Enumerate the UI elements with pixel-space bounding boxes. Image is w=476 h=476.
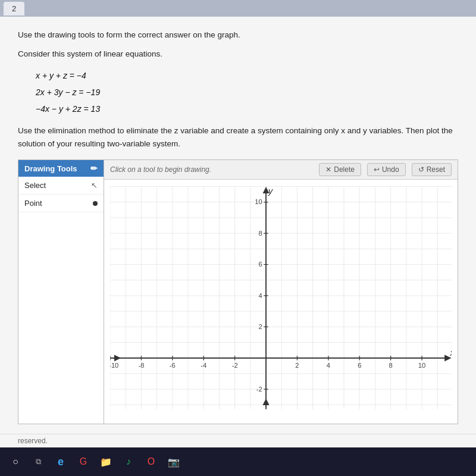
toolbar-instruction: Click on a tool to begin drawing. — [110, 165, 313, 174]
delete-button[interactable]: ✕ Delete — [319, 163, 361, 176]
svg-text:-8: -8 — [138, 362, 144, 369]
select-tool[interactable]: Select ↖ — [18, 177, 104, 195]
graph-canvas[interactable]: x y -8 -6 -4 -2 2 — [104, 180, 458, 424]
equation-1: x + y + z = −4 — [36, 67, 458, 84]
graph-panel: Click on a tool to begin drawing. ✕ Dele… — [104, 159, 458, 424]
pin-icon: ✏ — [90, 164, 98, 173]
graph-toolbar: Click on a tool to begin drawing. ✕ Dele… — [104, 160, 458, 180]
dot-icon — [93, 201, 98, 206]
svg-text:2: 2 — [259, 323, 262, 330]
svg-text:8: 8 — [259, 230, 262, 237]
drawing-area: Drawing Tools ✏ Select ↖ Point Click on … — [18, 159, 458, 424]
drawing-tools-header: Drawing Tools ✏ — [18, 160, 104, 177]
svg-text:-6: -6 — [170, 362, 176, 369]
spotify-icon[interactable]: ♪ — [119, 452, 138, 471]
reset-icon: ↺ — [418, 165, 424, 174]
undo-button[interactable]: ↩ Undo — [367, 163, 406, 176]
file-explorer-icon[interactable]: 📁 — [96, 452, 115, 471]
equation-3: −4x − y + 2z = 13 — [36, 101, 458, 117]
drawing-tools-title: Drawing Tools — [24, 164, 77, 173]
point-label: Point — [24, 199, 42, 208]
svg-text:10: 10 — [255, 199, 262, 206]
task-view-icon[interactable]: ⧉ — [29, 452, 48, 471]
main-content: Use the drawing tools to form the correc… — [0, 17, 476, 445]
delete-icon: ✕ — [325, 165, 331, 174]
undo-label: Undo — [382, 165, 399, 174]
svg-text:-4: -4 — [201, 362, 206, 369]
svg-text:10: 10 — [418, 362, 425, 369]
delete-label: Delete — [334, 165, 355, 174]
reserved-text: reserved. — [18, 437, 48, 445]
equations-block: x + y + z = −4 2x + 3y − z = −19 −4x − y… — [36, 67, 458, 117]
select-label: Select — [24, 181, 46, 190]
tab-bar: 2 — [0, 0, 476, 17]
svg-text:y: y — [268, 186, 274, 196]
edge-icon[interactable]: e — [51, 452, 70, 471]
svg-text:x: x — [450, 347, 452, 358]
svg-text:4: 4 — [327, 362, 330, 369]
svg-text:-2: -2 — [256, 386, 262, 393]
equation-2: 2x + 3y − z = −19 — [36, 84, 458, 101]
tab-2[interactable]: 2 — [4, 2, 24, 15]
svg-text:6: 6 — [358, 362, 361, 369]
opera-icon[interactable]: O — [142, 452, 161, 471]
drawing-tools-panel: Drawing Tools ✏ Select ↖ Point — [18, 159, 104, 424]
reset-label: Reset — [427, 165, 445, 174]
instruction-3: Use the elimination method to eliminate … — [18, 124, 458, 150]
svg-text:-2: -2 — [232, 362, 238, 369]
undo-icon: ↩ — [374, 165, 380, 174]
svg-text:-10: -10 — [110, 362, 118, 369]
svg-text:6: 6 — [259, 261, 262, 268]
svg-text:2: 2 — [295, 362, 299, 369]
search-taskbar-icon[interactable]: ○ — [6, 452, 25, 471]
instruction-2: Consider this system of linear equations… — [18, 48, 458, 61]
svg-text:8: 8 — [389, 362, 393, 369]
chrome-icon[interactable]: G — [74, 452, 93, 471]
reset-button[interactable]: ↺ Reset — [412, 163, 452, 176]
taskbar: ○ ⧉ e G 📁 ♪ O 📷 — [0, 447, 476, 476]
camera-icon[interactable]: 📷 — [164, 452, 183, 471]
point-tool[interactable]: Point — [18, 195, 104, 212]
svg-text:4: 4 — [259, 292, 262, 299]
reserved-bar: reserved. — [0, 434, 476, 447]
coordinate-grid: x y -8 -6 -4 -2 2 — [110, 186, 452, 418]
instruction-1: Use the drawing tools to form the correc… — [18, 29, 458, 42]
cursor-icon: ↖ — [91, 181, 98, 190]
